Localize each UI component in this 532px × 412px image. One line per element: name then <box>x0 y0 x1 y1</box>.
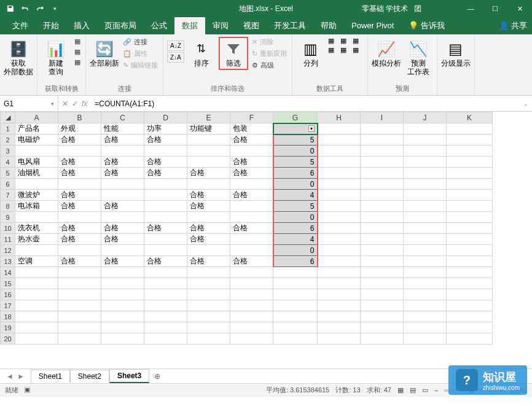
tab-data[interactable]: 数据 <box>174 17 205 34</box>
cell[interactable] <box>273 333 318 344</box>
cell[interactable]: 合格 <box>144 223 187 234</box>
cell[interactable] <box>187 212 230 223</box>
row-header[interactable]: 6 <box>1 179 15 190</box>
sheet-tab-1[interactable]: Sheet1 <box>31 370 70 383</box>
cell[interactable] <box>447 168 493 179</box>
cell[interactable] <box>361 234 404 245</box>
row-header[interactable]: 8 <box>1 201 15 212</box>
cell[interactable] <box>144 300 187 311</box>
tab-help[interactable]: 帮助 <box>313 17 344 34</box>
cell[interactable]: 合格 <box>187 223 230 234</box>
cell[interactable] <box>447 267 493 278</box>
cell[interactable] <box>58 245 101 256</box>
cell[interactable] <box>361 168 404 179</box>
cell[interactable] <box>187 245 230 256</box>
tab-layout[interactable]: 页面布局 <box>97 17 144 34</box>
row-header[interactable]: 2 <box>1 134 15 146</box>
cell[interactable] <box>318 234 361 245</box>
fx-icon[interactable]: fx <box>82 99 87 108</box>
get-external-data-button[interactable]: 🗄️获取 外部数据 <box>4 37 33 77</box>
cell[interactable]: 合格 <box>230 168 273 179</box>
cell[interactable] <box>318 146 361 157</box>
maximize-button[interactable]: ☐ <box>483 0 507 17</box>
cell[interactable] <box>447 333 493 344</box>
cell[interactable]: 合格 <box>230 190 273 201</box>
sheet-nav-prev[interactable]: ◄ <box>6 372 14 381</box>
cell[interactable] <box>230 300 273 311</box>
cell[interactable] <box>15 146 58 157</box>
cell[interactable] <box>144 190 187 201</box>
cell[interactable]: 电冰箱 <box>15 201 58 212</box>
row-header[interactable]: 20 <box>1 333 15 344</box>
cell[interactable]: 合格 <box>101 168 144 179</box>
cell[interactable] <box>101 333 144 344</box>
cell[interactable] <box>273 289 318 300</box>
from-table[interactable]: ▦ <box>73 47 82 56</box>
cell[interactable]: 合格 <box>58 168 101 179</box>
cell[interactable] <box>273 322 318 333</box>
cell[interactable] <box>187 322 230 333</box>
cell[interactable]: 合格 <box>58 223 101 234</box>
cell[interactable] <box>318 190 361 201</box>
cell[interactable]: 产品名 <box>15 123 58 134</box>
cell[interactable]: 5 <box>273 134 318 146</box>
cell[interactable]: 合格 <box>58 256 101 267</box>
cell[interactable] <box>101 179 144 190</box>
row-header[interactable]: 19 <box>1 322 15 333</box>
cell[interactable] <box>318 289 361 300</box>
cell[interactable] <box>404 278 447 289</box>
cell[interactable]: 4 <box>273 234 318 245</box>
cell[interactable] <box>318 300 361 311</box>
cell[interactable] <box>187 289 230 300</box>
cell[interactable] <box>361 311 404 322</box>
cell[interactable] <box>404 134 447 146</box>
cell[interactable]: 功能键 <box>187 123 230 134</box>
cell[interactable] <box>318 278 361 289</box>
cell[interactable] <box>361 267 404 278</box>
cell[interactable] <box>361 256 404 267</box>
cell[interactable] <box>144 267 187 278</box>
cell[interactable] <box>101 300 144 311</box>
cell[interactable] <box>230 212 273 223</box>
cell[interactable] <box>404 289 447 300</box>
cell[interactable] <box>187 333 230 344</box>
cell[interactable] <box>187 300 230 311</box>
cell[interactable] <box>58 322 101 333</box>
row-header[interactable]: 4 <box>1 157 15 168</box>
cell[interactable]: 合格 <box>101 256 144 267</box>
cell[interactable] <box>101 146 144 157</box>
remove-dup[interactable]: ▦ <box>340 37 351 45</box>
cell[interactable] <box>15 322 58 333</box>
cell[interactable] <box>404 256 447 267</box>
cell[interactable] <box>187 134 230 146</box>
cell[interactable] <box>273 278 318 289</box>
cell[interactable] <box>273 311 318 322</box>
cell[interactable] <box>230 311 273 322</box>
cell[interactable] <box>404 245 447 256</box>
cell[interactable] <box>187 157 230 168</box>
col-header-b[interactable]: B <box>58 112 101 123</box>
row-header[interactable]: 7 <box>1 190 15 201</box>
cell[interactable] <box>318 245 361 256</box>
cell[interactable]: 5 <box>273 201 318 212</box>
cell[interactable] <box>187 146 230 157</box>
text-to-columns-button[interactable]: ▥分列 <box>296 37 326 68</box>
cell[interactable]: 合格 <box>144 256 187 267</box>
cell[interactable] <box>273 267 318 278</box>
cell[interactable] <box>447 322 493 333</box>
cell[interactable] <box>58 179 101 190</box>
cell[interactable] <box>404 223 447 234</box>
cell[interactable] <box>404 123 447 134</box>
tab-home[interactable]: 开始 <box>36 17 66 34</box>
cell[interactable]: 合格 <box>144 134 187 146</box>
cell[interactable] <box>361 179 404 190</box>
cell[interactable] <box>361 278 404 289</box>
select-all-corner[interactable]: ◢ <box>1 112 15 123</box>
cell[interactable]: 合格 <box>230 134 273 146</box>
cell[interactable] <box>447 300 493 311</box>
cell[interactable] <box>318 322 361 333</box>
row-header[interactable]: 5 <box>1 168 15 179</box>
new-query-button[interactable]: 📊新建 查询 <box>41 37 71 77</box>
cell[interactable]: 0 <box>273 245 318 256</box>
cell[interactable] <box>361 289 404 300</box>
